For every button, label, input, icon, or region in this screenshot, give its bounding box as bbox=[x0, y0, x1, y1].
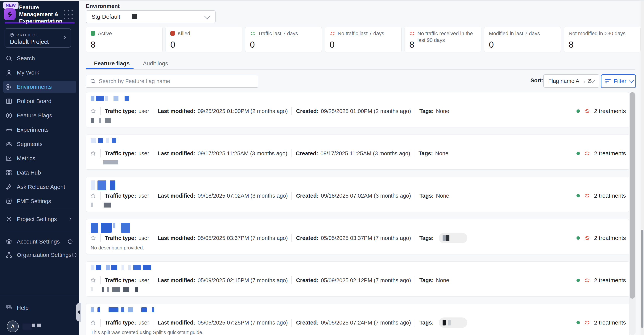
feature-flag-row[interactable]: Traffic type: user Last modified: 05/09/… bbox=[86, 262, 630, 297]
treatments-count: 2 treatments bbox=[594, 108, 626, 114]
traffic-type-value: user bbox=[138, 235, 149, 241]
traffic-type-label: Traffic type: bbox=[105, 277, 136, 284]
sparkles-icon bbox=[5, 183, 12, 191]
redacted-tag-pill[interactable] bbox=[439, 233, 467, 243]
feature-flag-row[interactable]: Traffic type: user Last modified: 09/17/… bbox=[86, 135, 630, 170]
star-favorite-icon[interactable] bbox=[90, 319, 96, 326]
killed-status-icon bbox=[170, 31, 175, 36]
flag-description bbox=[90, 287, 138, 293]
page-scrollbar-thumb[interactable] bbox=[641, 230, 644, 328]
flag-description: No description provided. bbox=[90, 245, 144, 251]
feature-flag-row[interactable]: Traffic type: user Last modified: 09/18/… bbox=[86, 177, 630, 212]
created-value: 09/17/2025 11:25AM (3 months ago) bbox=[320, 150, 410, 157]
brand-accent-line bbox=[4, 22, 75, 23]
active-dot-icon bbox=[576, 236, 580, 240]
feature-flag-row[interactable]: Traffic type: user Last modified: 05/05/… bbox=[86, 304, 630, 335]
redacted-flag-name[interactable] bbox=[90, 180, 116, 191]
sidebar-item-search[interactable]: Search bbox=[3, 52, 76, 64]
treatments-count: 2 treatments bbox=[594, 277, 626, 284]
flag-search bbox=[86, 75, 258, 88]
description-text: This split was created using Split's qui… bbox=[90, 330, 204, 335]
star-favorite-icon[interactable] bbox=[90, 150, 96, 157]
stat-value: 8 bbox=[409, 39, 414, 50]
stat-value: 0 bbox=[489, 39, 494, 50]
list-scrollbar-thumb[interactable] bbox=[630, 92, 635, 299]
chevron-down-icon bbox=[590, 78, 595, 83]
flag-description bbox=[90, 118, 111, 124]
sidebar-item-help[interactable]: ? Help bbox=[3, 303, 76, 313]
stat-card-no-traffic-7d: No traffic last 7 days 0 bbox=[325, 27, 402, 52]
environment-select[interactable]: Stg-Default bbox=[86, 10, 216, 23]
redacted-flag-name[interactable] bbox=[90, 223, 130, 233]
redacted-description bbox=[90, 160, 118, 166]
search-input[interactable] bbox=[98, 78, 248, 85]
sidebar-item-project-settings[interactable]: Project Settings bbox=[3, 213, 76, 225]
info-icon[interactable] bbox=[72, 252, 77, 258]
created-label: Created: bbox=[296, 320, 318, 326]
created-value: 09/25/2025 01:00PM (2 months ago) bbox=[321, 108, 411, 114]
star-favorite-icon[interactable] bbox=[90, 235, 96, 241]
divider bbox=[100, 192, 100, 200]
last-modified-label: Last modified: bbox=[158, 193, 195, 199]
project-cube-icon bbox=[9, 32, 14, 38]
star-favorite-icon[interactable] bbox=[90, 108, 96, 114]
stat-value: 8 bbox=[90, 39, 96, 50]
last-modified-value: 09/25/2025 01:00PM (2 months ago) bbox=[198, 108, 288, 114]
traffic-arrows-icon bbox=[250, 31, 256, 36]
star-favorite-icon[interactable] bbox=[90, 192, 96, 199]
sidebar-item-metrics[interactable]: Metrics bbox=[3, 152, 76, 164]
sidebar-item-organization-settings[interactable]: Organization Settings bbox=[3, 249, 76, 261]
sidebar-item-account-settings[interactable]: Account Settings bbox=[3, 236, 76, 248]
sidebar-item-experiments[interactable]: Experiments bbox=[3, 124, 76, 136]
tags-value: None bbox=[436, 108, 449, 114]
collapse-arrow-icon bbox=[77, 310, 80, 314]
last-modified-label: Last modified: bbox=[158, 235, 195, 241]
help-chat-icon: ? bbox=[5, 304, 12, 312]
last-modified-value: 05/09/2025 02:15PM (7 months ago) bbox=[198, 277, 288, 284]
sidebar-item-data-hub[interactable]: Data Hub bbox=[3, 167, 76, 179]
traffic-type-value: user bbox=[138, 277, 149, 284]
redacted-flag-name[interactable] bbox=[90, 307, 154, 318]
split-outline-icon bbox=[5, 198, 12, 205]
star-favorite-icon[interactable] bbox=[90, 277, 96, 284]
treatment-arrows-icon bbox=[584, 235, 590, 241]
divider bbox=[100, 276, 100, 284]
sidebar-item-environments[interactable]: Environments bbox=[3, 81, 76, 93]
sidebar: NEW Feature Management & Experimentation… bbox=[0, 0, 79, 335]
traffic-type-label: Traffic type: bbox=[105, 150, 136, 157]
stat-card-not-modified-30d: Not modified in >30 days 8 bbox=[564, 27, 640, 52]
redacted-block bbox=[32, 324, 35, 327]
sidebar-item-rollout-board[interactable]: Rollout Board bbox=[3, 95, 76, 107]
tab-audit-logs[interactable]: Audit logs bbox=[143, 60, 168, 67]
tags-value: None bbox=[435, 150, 448, 157]
project-selector[interactable]: PROJECT Default Project bbox=[4, 28, 71, 48]
treatment-arrows-icon bbox=[584, 320, 590, 326]
redacted-tag-pill[interactable] bbox=[439, 318, 467, 328]
info-icon[interactable] bbox=[68, 239, 73, 244]
feature-flag-row[interactable]: Traffic type: user Last modified: 09/25/… bbox=[86, 92, 630, 127]
sidebar-item-fme-settings[interactable]: FME Settings bbox=[3, 195, 76, 207]
treatments-count: 2 treatments bbox=[594, 192, 626, 199]
last-modified-label: Last modified: bbox=[158, 277, 195, 284]
tabs-border bbox=[86, 69, 635, 70]
filter-button[interactable]: Filter bbox=[601, 74, 636, 88]
traffic-type-label: Traffic type: bbox=[105, 108, 136, 114]
sidebar-item-segments[interactable]: Segments bbox=[3, 138, 76, 150]
redacted-flag-name[interactable] bbox=[90, 265, 151, 275]
feature-flag-row[interactable]: Traffic type: user Last modified: 05/05/… bbox=[86, 219, 630, 254]
user-avatar[interactable]: A bbox=[7, 321, 19, 332]
created-label: Created: bbox=[296, 108, 318, 114]
redacted-flag-name[interactable] bbox=[90, 138, 116, 148]
sidebar-item-ask-release-agent[interactable]: Ask Release Agent bbox=[3, 181, 76, 193]
sidebar-item-feature-flags[interactable]: Feature Flags bbox=[3, 109, 76, 122]
sidebar-item-my-work[interactable]: My Work bbox=[3, 66, 76, 79]
redacted-flag-name[interactable] bbox=[90, 96, 129, 106]
ruler-icon bbox=[5, 126, 12, 133]
divider bbox=[153, 192, 153, 200]
search-icon bbox=[5, 55, 12, 62]
sidebar-collapse-handle[interactable] bbox=[76, 303, 81, 322]
sort-select[interactable]: Flag name A → Z bbox=[543, 74, 599, 88]
svg-text:?: ? bbox=[8, 305, 9, 308]
tab-feature-flags[interactable]: Feature flags bbox=[94, 60, 130, 67]
app-switcher-icon[interactable] bbox=[64, 10, 74, 20]
